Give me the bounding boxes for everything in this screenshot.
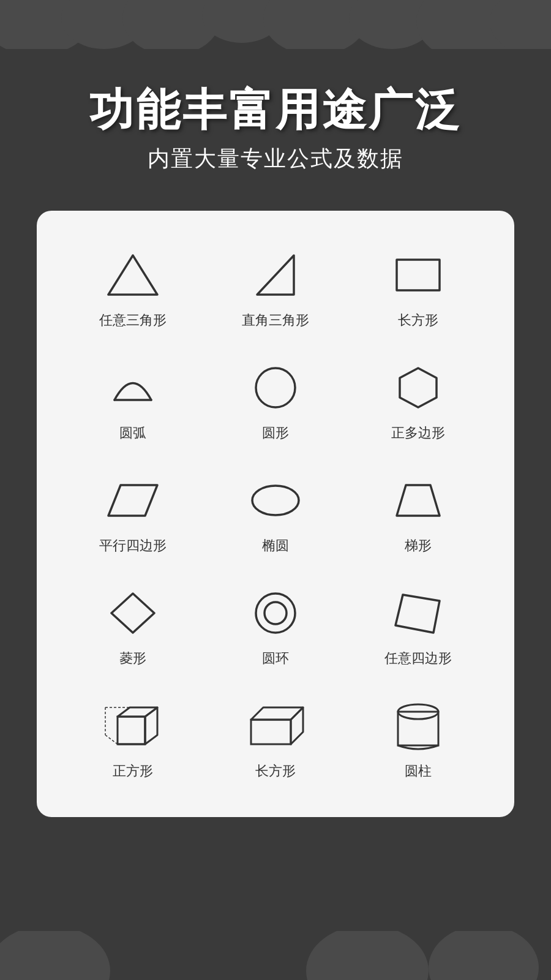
svg-point-5 [252,486,299,515]
clouds-bottom-decoration [0,931,551,980]
cube-icon [99,698,167,753]
ellipse-icon [242,473,309,528]
cylinder-icon [384,698,452,753]
arc-label: 圆弧 [119,424,146,442]
hexagon-label: 正多边形 [391,424,445,442]
cylinder-label: 圆柱 [405,762,432,780]
triangle-icon [99,247,167,303]
shape-item-quad[interactable]: 任意四边形 [347,567,490,680]
triangle-label: 任意三角形 [99,311,167,330]
rectangle-label: 长方形 [398,311,438,330]
rhombus-label: 菱形 [119,649,146,668]
cuboid-label: 长方形 [255,762,296,780]
shape-item-triangle[interactable]: 任意三角形 [61,229,204,342]
header: 功能丰富用途广泛 内置大量专业公式及数据 [0,49,551,198]
cuboid-icon [242,698,309,753]
cloud-bottom-1 [0,931,110,980]
right-triangle-icon [242,247,309,303]
parallelogram-icon [99,473,167,528]
rhombus-icon [99,586,167,641]
svg-marker-6 [397,485,440,516]
shape-item-rhombus[interactable]: 菱形 [61,567,204,680]
shape-item-cube[interactable]: 正方形 [61,680,204,793]
svg-marker-21 [251,707,303,720]
shapes-grid: 任意三角形 直角三角形 长方形 [61,229,490,793]
title-sub: 内置大量专业公式及数据 [24,144,527,174]
page-background: 功能丰富用途广泛 内置大量专业公式及数据 任意三角形 直角 [0,0,551,980]
quad-label: 任意四边形 [384,649,452,668]
right-triangle-label: 直角三角形 [242,311,309,330]
svg-marker-3 [400,368,437,407]
ring-icon [242,586,309,641]
clouds-top-decoration [0,0,551,49]
svg-rect-11 [118,717,145,744]
shape-item-trapezoid[interactable]: 梯形 [347,454,490,567]
svg-rect-20 [251,720,291,744]
shape-item-circle[interactable]: 圆形 [204,342,347,454]
svg-marker-4 [108,485,157,516]
svg-marker-13 [145,707,157,744]
shape-item-ellipse[interactable]: 椭圆 [204,454,347,567]
svg-marker-7 [111,594,154,633]
quad-icon [384,586,452,641]
shape-item-arc[interactable]: 圆弧 [61,342,204,454]
circle-label: 圆形 [262,424,289,442]
arc-icon [99,360,167,415]
hexagon-icon [384,360,452,415]
svg-line-19 [105,735,118,744]
ellipse-label: 椭圆 [262,537,289,555]
shape-item-hexagon[interactable]: 正多边形 [347,342,490,454]
svg-point-8 [256,594,295,633]
ring-label: 圆环 [262,649,289,668]
shape-item-rectangle[interactable]: 长方形 [347,229,490,342]
svg-rect-0 [397,260,440,290]
svg-point-9 [264,602,287,624]
circle-icon [242,360,309,415]
rectangle-icon [384,247,452,303]
shape-item-cuboid[interactable]: 长方形 [204,680,347,793]
trapezoid-label: 梯形 [405,537,432,555]
cloud-top-8 [490,0,551,49]
shape-item-cylinder[interactable]: 圆柱 [347,680,490,793]
shape-item-right-triangle[interactable]: 直角三角形 [204,229,347,342]
trapezoid-icon [384,473,452,528]
parallelogram-label: 平行四边形 [99,537,167,555]
svg-marker-22 [291,707,303,744]
svg-marker-10 [395,595,440,633]
svg-point-2 [256,368,295,407]
shape-item-parallelogram[interactable]: 平行四边形 [61,454,204,567]
cloud-bottom-3 [429,931,539,980]
cloud-bottom-2 [306,931,429,980]
shapes-card: 任意三角形 直角三角形 长方形 [37,211,514,817]
cube-label: 正方形 [113,762,153,780]
shape-item-ring[interactable]: 圆环 [204,567,347,680]
title-main: 功能丰富用途广泛 [24,86,527,134]
